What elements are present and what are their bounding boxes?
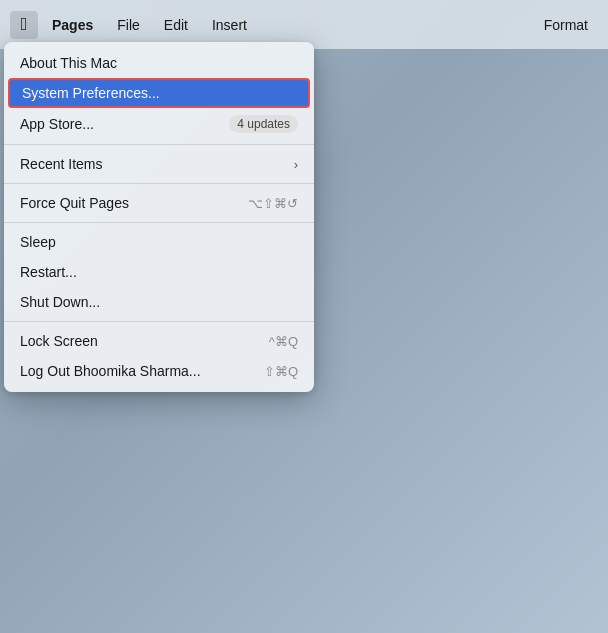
menubar-pages[interactable]: Pages (42, 13, 103, 37)
menu-item-restart[interactable]: Restart... (4, 257, 314, 287)
menu-divider (4, 144, 314, 145)
menubar-insert[interactable]: Insert (202, 13, 257, 37)
menu-item-label-app-store: App Store... (20, 116, 94, 132)
menu-item-shutdown[interactable]: Shut Down... (4, 287, 314, 317)
menu-item-shortcut-force-quit: ⌥⇧⌘↺ (248, 196, 298, 211)
menu-item-label-recent-items: Recent Items (20, 156, 102, 172)
menu-item-label-lock-screen: Lock Screen (20, 333, 98, 349)
menu-item-badge-app-store: 4 updates (229, 115, 298, 133)
menu-item-lock-screen[interactable]: Lock Screen^⌘Q (4, 326, 314, 356)
menu-item-force-quit[interactable]: Force Quit Pages⌥⇧⌘↺ (4, 188, 314, 218)
menu-item-label-sleep: Sleep (20, 234, 56, 250)
menu-item-app-store[interactable]: App Store...4 updates (4, 108, 314, 140)
menu-item-sleep[interactable]: Sleep (4, 227, 314, 257)
menu-item-about[interactable]: About This Mac (4, 48, 314, 78)
menu-item-label-shutdown: Shut Down... (20, 294, 100, 310)
menu-item-shortcut-lock-screen: ^⌘Q (269, 334, 298, 349)
menubar-edit[interactable]: Edit (154, 13, 198, 37)
menu-item-label-force-quit: Force Quit Pages (20, 195, 129, 211)
menu-item-logout[interactable]: Log Out Bhoomika Sharma...⇧⌘Q (4, 356, 314, 386)
menu-item-label-system-prefs: System Preferences... (22, 85, 160, 101)
menu-item-label-restart: Restart... (20, 264, 77, 280)
menubar-format[interactable]: Format (534, 13, 598, 37)
apple-dropdown-menu: About This MacSystem Preferences...App S… (4, 42, 314, 392)
menu-item-recent-items[interactable]: Recent Items› (4, 149, 314, 179)
menu-divider (4, 321, 314, 322)
menu-divider (4, 183, 314, 184)
menu-item-label-logout: Log Out Bhoomika Sharma... (20, 363, 201, 379)
menu-item-shortcut-logout: ⇧⌘Q (264, 364, 298, 379)
apple-menu-button[interactable]:  (10, 11, 38, 39)
menu-item-system-prefs[interactable]: System Preferences... (8, 78, 310, 108)
menubar-file[interactable]: File (107, 13, 150, 37)
menu-divider (4, 222, 314, 223)
menu-item-label-about: About This Mac (20, 55, 117, 71)
menu-item-chevron-recent-items: › (294, 157, 298, 172)
